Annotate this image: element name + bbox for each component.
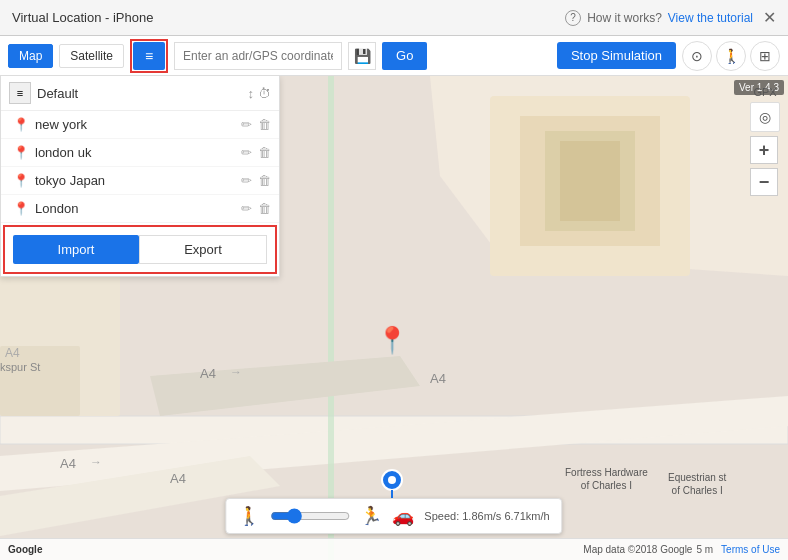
edit-icon[interactable]: ✏ — [241, 117, 252, 132]
road-label-a4-left: A4 — [5, 346, 20, 360]
toolbar: Map Satellite ≡ 💾 Go Stop Simulation ⊙ 🚶… — [0, 36, 788, 76]
save-button[interactable]: 💾 — [348, 42, 376, 70]
grid-icon-button[interactable]: ⊞ — [750, 41, 780, 71]
dropdown-panel: ≡ Default ↕ ⏱ 📍 new york ✏ 🗑 📍 london uk… — [0, 76, 280, 277]
terms-link[interactable]: Terms of Use — [721, 544, 780, 555]
go-button[interactable]: Go — [382, 42, 427, 70]
road-arrow-1: → — [230, 365, 242, 379]
camera-icon-button[interactable]: ⊙ — [682, 41, 712, 71]
walk-icon: 🚶 — [723, 48, 740, 64]
dropdown-header: ≡ Default ↕ ⏱ — [1, 76, 279, 111]
sort-time-icon[interactable]: ⏱ — [258, 86, 271, 101]
pin-icon: 📍 — [13, 145, 29, 160]
sort-alpha-icon[interactable]: ↕ — [248, 86, 255, 101]
delete-icon[interactable]: 🗑 — [258, 201, 271, 216]
delete-icon[interactable]: 🗑 — [258, 145, 271, 160]
pin-icon: 📍 — [13, 173, 29, 188]
road-arrow-2: → — [90, 455, 102, 469]
tutorial-link[interactable]: View the tutorial — [668, 11, 753, 25]
speed-text-label: Speed: 1.86m/s 6.71km/h — [424, 510, 549, 522]
coordinate-input[interactable] — [174, 42, 342, 70]
map-data-label: Map data ©2018 Google — [583, 544, 692, 555]
road-label-a4-2: A4 — [430, 371, 446, 386]
speed-slider[interactable] — [270, 508, 350, 524]
list-icon-button[interactable]: ≡ — [133, 42, 165, 70]
action-icons: ✏ 🗑 — [241, 117, 271, 132]
close-button[interactable]: ✕ — [763, 8, 776, 27]
list-item[interactable]: 📍 tokyo Japan ✏ 🗑 — [1, 167, 279, 195]
walk-icon-button[interactable]: 🚶 — [716, 41, 746, 71]
title-bar: Virtual Location - iPhone ? How it works… — [0, 0, 788, 36]
bottom-bar: Google Map data ©2018 Google 5 m Terms o… — [0, 538, 788, 560]
zoom-in-button[interactable]: + — [750, 136, 778, 164]
red-map-pin: 📍 — [376, 325, 408, 356]
poi-equestrian: Equestrian stof Charles I — [668, 471, 726, 497]
scale-label: 5 m — [696, 544, 713, 555]
location-name: tokyo Japan — [35, 173, 235, 188]
dropdown-default-label: Default — [37, 86, 242, 101]
sort-icons: ↕ ⏱ — [248, 86, 272, 101]
location-name: new york — [35, 117, 235, 132]
dropdown-list-icon[interactable]: ≡ — [9, 82, 31, 104]
export-button[interactable]: Export — [139, 235, 267, 264]
svg-rect-8 — [328, 76, 334, 560]
grid-icon: ⊞ — [759, 48, 771, 64]
import-button[interactable]: Import — [13, 235, 139, 264]
road-label-a4-1: A4 — [200, 366, 216, 381]
pin-icon: 📍 — [13, 201, 29, 216]
import-export-bar: Import Export — [3, 225, 277, 274]
map-view-button[interactable]: Map — [8, 44, 53, 68]
list-icon-wrap: ≡ — [130, 39, 168, 73]
save-icon: 💾 — [354, 48, 371, 64]
help-icon: ? — [565, 10, 581, 26]
list-item[interactable]: 📍 london uk ✏ 🗑 — [1, 139, 279, 167]
how-it-works-label: How it works? — [587, 11, 662, 25]
camera-icon: ⊙ — [691, 48, 703, 64]
street-label-kspur: kspur St — [0, 361, 40, 373]
speed-bar: 🚶 🏃 🚗 Speed: 1.86m/s 6.71km/h — [225, 498, 562, 534]
edit-icon[interactable]: ✏ — [241, 201, 252, 216]
zoom-out-button[interactable]: − — [750, 168, 778, 196]
road-label-a4-4: A4 — [170, 471, 186, 486]
google-logo: Google — [8, 544, 42, 555]
edit-icon[interactable]: ✏ — [241, 145, 252, 160]
app-title: Virtual Location - iPhone — [12, 10, 565, 25]
delete-icon[interactable]: 🗑 — [258, 173, 271, 188]
map-area[interactable]: A4 → A4 A4 → A4 General Si...Jame... ksp… — [0, 76, 788, 560]
action-icons: ✏ 🗑 — [241, 145, 271, 160]
run-speed-icon[interactable]: 🏃 — [360, 505, 382, 527]
walk-speed-icon[interactable]: 🚶 — [238, 505, 260, 527]
action-icons: ✏ 🗑 — [241, 173, 271, 188]
action-icons: ✏ 🗑 — [241, 201, 271, 216]
svg-rect-5 — [560, 141, 620, 221]
edit-icon[interactable]: ✏ — [241, 173, 252, 188]
gpx-label: GPX — [750, 86, 780, 98]
stop-simulation-button[interactable]: Stop Simulation — [557, 42, 676, 69]
compass-button[interactable]: ◎ — [750, 102, 780, 132]
list-item[interactable]: 📍 new york ✏ 🗑 — [1, 111, 279, 139]
location-name: london uk — [35, 145, 235, 160]
right-panel: GPX ◎ + − — [750, 86, 780, 196]
list-icon: ≡ — [145, 48, 153, 64]
road-label-a4-3: A4 — [60, 456, 76, 471]
location-name: London — [35, 201, 235, 216]
satellite-view-button[interactable]: Satellite — [59, 44, 124, 68]
list-item[interactable]: 📍 London ✏ 🗑 — [1, 195, 279, 223]
help-area: ? How it works? View the tutorial — [565, 10, 753, 26]
delete-icon[interactable]: 🗑 — [258, 117, 271, 132]
toolbar-right-icons: ⊙ 🚶 ⊞ — [682, 41, 780, 71]
poi-fortress: Fortress Hardwareof Charles I — [565, 466, 648, 492]
svg-point-14 — [388, 476, 396, 484]
pin-icon: 📍 — [13, 117, 29, 132]
car-speed-icon[interactable]: 🚗 — [392, 505, 414, 527]
compass-icon: ◎ — [759, 109, 771, 125]
